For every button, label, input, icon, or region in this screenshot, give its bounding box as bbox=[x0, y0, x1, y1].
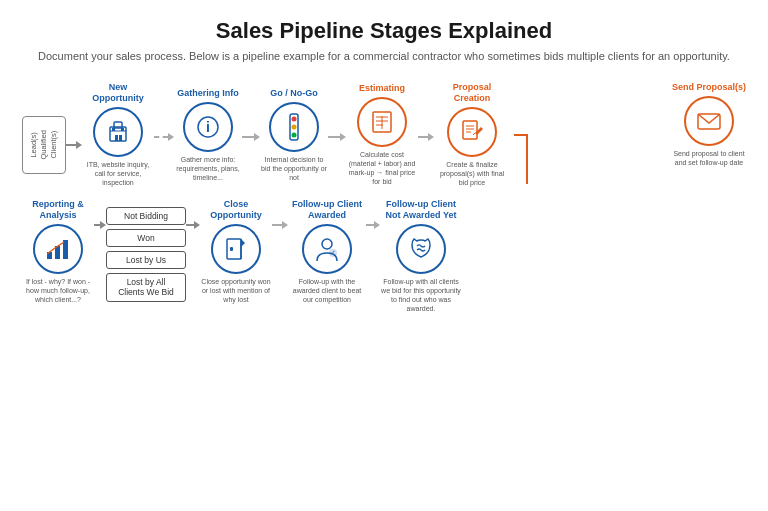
send-proposals-label: Send Proposal(s) bbox=[672, 82, 746, 93]
svg-point-12 bbox=[292, 132, 297, 137]
reporting-analysis: Reporting & Analysis If lost - why? If w… bbox=[22, 199, 94, 304]
stage-new-opportunity: New Opportunity ITB, website inquiry, ca… bbox=[82, 82, 154, 187]
stage-gathering-info: Gathering Info i Gather more info: requi… bbox=[174, 88, 242, 182]
decision-not-bidding: Not Bidding bbox=[106, 207, 186, 225]
stage-gathering-info-icon: i bbox=[183, 102, 233, 152]
svg-marker-30 bbox=[241, 239, 245, 247]
svg-rect-18 bbox=[463, 121, 477, 139]
followup-not-awarded-label: Follow-up Client Not Awarded Yet bbox=[380, 199, 462, 221]
svg-rect-28 bbox=[230, 247, 233, 251]
stage-go-nogo: Go / No-Go Internal decision to bid the … bbox=[260, 88, 328, 182]
lead-box: Lead(s)QualifiedClient(s) bbox=[22, 116, 66, 174]
reporting-desc: If lost - why? If won - how much follow-… bbox=[22, 277, 94, 304]
svg-rect-3 bbox=[115, 135, 118, 141]
stage-estimating-label: Estimating bbox=[359, 83, 405, 94]
page-subtitle: Document your sales process. Below is a … bbox=[22, 49, 746, 64]
decision-won: Won bbox=[106, 229, 186, 247]
svg-rect-5 bbox=[112, 128, 115, 131]
stage-new-opportunity-icon bbox=[93, 107, 143, 157]
close-opportunity: Close Opportunity Close opportunity won … bbox=[200, 199, 272, 304]
decision-boxes: Not Bidding Won Lost by Us Lost by All C… bbox=[106, 207, 186, 301]
svg-text:✓: ✓ bbox=[330, 249, 336, 256]
followup-not-awarded-desc: Follow-up with all clients we bid for th… bbox=[381, 277, 461, 313]
svg-text:i: i bbox=[206, 119, 210, 135]
followup-not-awarded: Follow-up Client Not Awarded Yet Follow-… bbox=[380, 199, 462, 313]
svg-line-22 bbox=[473, 133, 475, 135]
stage-go-nogo-icon bbox=[269, 102, 319, 152]
stage-estimating: Estimating Calculate cost (material + la… bbox=[346, 83, 418, 186]
close-opportunity-desc: Close opportunity won or lost with menti… bbox=[200, 277, 272, 304]
svg-rect-4 bbox=[119, 135, 122, 141]
stage-estimating-icon bbox=[357, 97, 407, 147]
stage-gathering-info-label: Gathering Info bbox=[177, 88, 239, 99]
svg-point-11 bbox=[292, 124, 297, 129]
followup-awarded-icon: ✓ bbox=[302, 224, 352, 274]
close-opportunity-icon bbox=[211, 224, 261, 274]
page: Sales Pipeline Stages Explained Document… bbox=[0, 0, 768, 511]
svg-rect-27 bbox=[227, 239, 241, 259]
stage-proposal-creation: Proposal Creation Create & finalize prop… bbox=[434, 82, 510, 187]
send-proposal-block: Send Proposal(s) Send proposal to client… bbox=[672, 82, 746, 167]
svg-point-10 bbox=[292, 116, 297, 121]
lead-label: Lead(s)QualifiedClient(s) bbox=[29, 130, 58, 160]
stage-proposal-creation-icon bbox=[447, 107, 497, 157]
svg-point-31 bbox=[322, 239, 332, 249]
stage-go-nogo-desc: Internal decision to bid the opportunity… bbox=[260, 155, 328, 182]
followup-awarded-label: Follow-up Client Awarded bbox=[288, 199, 366, 221]
decision-lost-by-all: Lost by All Clients We Bid bbox=[106, 273, 186, 301]
reporting-icon bbox=[33, 224, 83, 274]
diagram: Lead(s)QualifiedClient(s) New Opportunit… bbox=[22, 82, 746, 313]
send-proposals-icon bbox=[684, 96, 734, 146]
reporting-label: Reporting & Analysis bbox=[22, 199, 94, 221]
send-proposals-desc: Send proposal to client and set follow-u… bbox=[673, 149, 745, 167]
stage-new-opportunity-desc: ITB, website inquiry, call for service, … bbox=[84, 160, 152, 187]
stage-new-opportunity-label: New Opportunity bbox=[82, 82, 154, 104]
stage-proposal-creation-desc: Create & finalize proposal(s) with final… bbox=[436, 160, 508, 187]
svg-rect-6 bbox=[121, 128, 124, 131]
followup-awarded-desc: Follow-up with the awarded client to bea… bbox=[290, 277, 364, 304]
followup-not-awarded-icon bbox=[396, 224, 446, 274]
stage-estimating-desc: Calculate cost (material + labor) and ma… bbox=[346, 150, 418, 186]
followup-awarded: Follow-up Client Awarded ✓ Follow-up wit… bbox=[288, 199, 366, 304]
close-opportunity-label: Close Opportunity bbox=[200, 199, 272, 221]
stage-gathering-info-desc: Gather more info: requirements, plans, t… bbox=[174, 155, 242, 182]
stage-go-nogo-label: Go / No-Go bbox=[270, 88, 318, 99]
bottom-row: Reporting & Analysis If lost - why? If w… bbox=[22, 199, 746, 313]
page-title: Sales Pipeline Stages Explained bbox=[22, 18, 746, 44]
stage-proposal-creation-label: Proposal Creation bbox=[434, 82, 510, 104]
decision-lost-by-us: Lost by Us bbox=[106, 251, 186, 269]
